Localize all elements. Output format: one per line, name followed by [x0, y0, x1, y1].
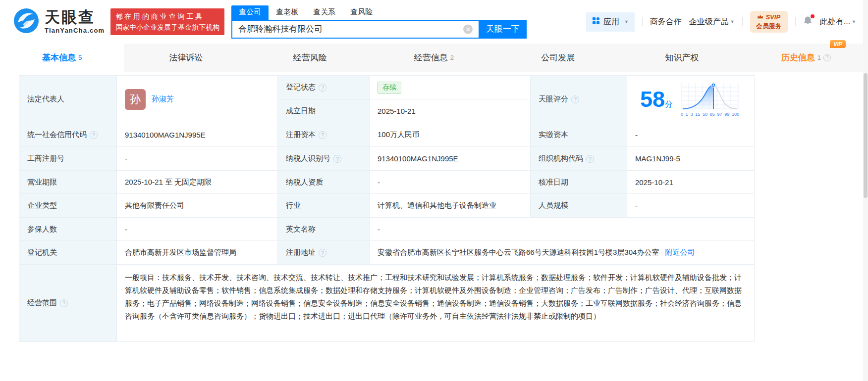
- field-label-industry: 行业: [278, 194, 370, 218]
- help-icon[interactable]: ?: [823, 54, 831, 61]
- header-nav: 应用 ▼ 商务合作 企业级产品 ▼ SVIP 会员服务: [586, 11, 856, 33]
- field-value-score: 58分: [627, 76, 755, 123]
- tab-history-info[interactable]: 历史信息 1 ? VIP: [744, 44, 868, 72]
- field-label-insured-num: 参保人数: [19, 218, 117, 241]
- field-value-insured-num: -: [117, 218, 278, 241]
- search-tab-risk[interactable]: 查风险: [343, 5, 380, 20]
- score-axis-labels: 0131550859799100: [681, 112, 739, 117]
- field-value-address: 安徽省合肥市高新区长宁社区服务中心云飞路66号天源迪科科技园1号楼3层304办公…: [370, 241, 755, 265]
- chevron-down-icon: ▼: [624, 19, 629, 24]
- tab-operation-risk[interactable]: 经营风险: [248, 44, 372, 72]
- field-label-english-name: 英文名称: [278, 218, 370, 241]
- help-icon[interactable]: ?: [90, 131, 98, 139]
- divider: [642, 17, 643, 26]
- apps-menu[interactable]: 应用 ▼: [586, 12, 635, 32]
- field-value-credit-code: 91340100MAG1NJ995E: [117, 123, 278, 147]
- field-value-legal-rep: 孙 孙淑芳: [117, 76, 278, 123]
- field-label-reg-capital: 注册资本?: [278, 123, 370, 147]
- basic-info-table: 法定代表人 孙 孙淑芳 登记状态 ? 存续 成立日期 2025-10-21 天眼…: [19, 75, 755, 342]
- help-icon[interactable]: ?: [571, 95, 579, 103]
- search-input[interactable]: [231, 20, 479, 39]
- tab-legal-litigation[interactable]: 法律诉讼: [124, 44, 248, 72]
- field-value-reg-no: -: [117, 147, 278, 171]
- site-header: 天眼查 TianYanCha.com 都 在 用 的 商 业 查 询 工 具 国…: [0, 0, 868, 44]
- tab-intellectual-property[interactable]: 知识产权: [620, 44, 744, 72]
- field-value-taxpayer-qualification: -: [370, 171, 531, 194]
- legal-rep-avatar[interactable]: 孙: [125, 89, 146, 110]
- field-value-est-date: 2025-10-21: [370, 99, 531, 123]
- field-value-org-code: MAG1NJ99-5: [627, 147, 755, 171]
- clear-search-icon[interactable]: ✕: [463, 24, 473, 34]
- help-icon[interactable]: ?: [319, 131, 326, 139]
- field-label-reg-authority: 登记机关: [19, 241, 117, 265]
- apps-grid-icon: [592, 17, 600, 27]
- field-value-staff-size: -: [627, 194, 755, 218]
- field-value-term: 2025-10-21 至 无固定期限: [117, 171, 278, 194]
- score-distribution-chart[interactable]: 0131550859799100: [681, 82, 739, 117]
- search-tab-company[interactable]: 查公司: [231, 5, 269, 20]
- field-label-company-type: 企业类型: [19, 194, 117, 218]
- field-label-paid-capital: 实缴资本: [531, 123, 627, 147]
- slogan-line2: 国家中小企业发展子基金旗下机构: [115, 22, 219, 33]
- field-label-approval-date: 核准日期: [531, 171, 627, 194]
- field-label-taxpayer-no: 纳税人识别号?: [278, 147, 370, 171]
- slogan-line1: 都 在 用 的 商 业 查 询 工 具: [115, 11, 219, 22]
- field-label-reg-status: 登记状态 ?: [278, 76, 370, 99]
- search-tab-boss[interactable]: 查老板: [269, 5, 306, 20]
- field-value-reg-status: 存续: [370, 76, 531, 99]
- section-tabbar: 基本信息5 法律诉讼 经营风险 经营信息2 公司发展 知识产权 历史信息 1 ?…: [0, 44, 868, 72]
- help-icon[interactable]: ?: [60, 299, 68, 307]
- legal-rep-name-link[interactable]: 孙淑芳: [152, 95, 174, 104]
- field-label-score: 天眼评分 ?: [531, 76, 627, 123]
- slogan-banner: 都 在 用 的 商 业 查 询 工 具 国家中小企业发展子基金旗下机构: [110, 8, 224, 36]
- field-label-credit-code: 统一社会信用代码?: [19, 123, 117, 147]
- help-icon[interactable]: ?: [333, 155, 341, 163]
- field-label-address: 注册地址?: [278, 241, 370, 265]
- field-label-staff-size: 人员规模: [531, 194, 627, 218]
- field-value-paid-capital: -: [627, 123, 755, 147]
- search-tabs: 查公司 查老板 查关系 查风险: [231, 5, 527, 20]
- vip-badge: VIP: [830, 40, 846, 48]
- help-icon[interactable]: ?: [586, 155, 594, 163]
- field-value-reg-capital: 100万人民币: [370, 123, 531, 147]
- scrollbar[interactable]: [863, 0, 868, 381]
- help-icon[interactable]: ?: [319, 84, 326, 92]
- search-area: 查公司 查老板 查关系 查风险 ✕ 天眼一下: [231, 5, 527, 39]
- field-value-reg-authority: 合肥市高新开发区市场监督管理局: [117, 241, 278, 265]
- tab-operation-info[interactable]: 经营信息2: [372, 44, 496, 72]
- tab-company-development[interactable]: 公司发展: [496, 44, 620, 72]
- tianyancha-logo-icon: [13, 7, 40, 36]
- status-badge: 存续: [378, 82, 401, 94]
- search-button[interactable]: 天眼一下: [479, 20, 527, 39]
- field-label-term: 营业期限: [19, 171, 117, 194]
- divider: [795, 17, 796, 26]
- chevron-down-icon: ▼: [852, 19, 856, 24]
- field-label-est-date: 成立日期: [278, 99, 370, 123]
- field-label-business-scope: 经营范围?: [19, 265, 117, 342]
- field-label-org-code: 组织机构代码?: [531, 147, 627, 171]
- search-tab-relation[interactable]: 查关系: [306, 5, 343, 20]
- field-value-approval-date: 2025-10-21: [627, 171, 755, 194]
- brand-domain: TianYanCha.com: [45, 27, 105, 34]
- nearby-companies-link[interactable]: 附近公司: [665, 248, 695, 257]
- nav-business-cooperation[interactable]: 商务合作: [650, 17, 682, 27]
- field-label-taxpayer-qualification: 纳税人资质: [278, 171, 370, 194]
- notification-dot: [811, 14, 814, 18]
- tianyancha-logo[interactable]: 天眼查 TianYanCha.com: [13, 7, 105, 36]
- chevron-down-icon: ▼: [730, 19, 735, 24]
- field-label-legal-rep: 法定代表人: [19, 76, 117, 123]
- svip-member-button[interactable]: SVIP 会员服务: [750, 11, 788, 33]
- account-menu[interactable]: 此处有... ▼: [820, 17, 856, 27]
- scrollbar-thumb[interactable]: [864, 73, 868, 198]
- field-value-taxpayer-no: 91340100MAG1NJ995E: [370, 147, 531, 171]
- nav-enterprise-products[interactable]: 企业级产品 ▼: [689, 17, 735, 27]
- notifications-bell-icon[interactable]: [803, 16, 813, 28]
- score-number: 58: [640, 87, 665, 112]
- divider: [742, 17, 743, 26]
- tab-basic-info[interactable]: 基本信息5: [0, 44, 124, 72]
- field-label-reg-no: 工商注册号: [19, 147, 117, 171]
- help-icon[interactable]: ?: [319, 249, 326, 257]
- field-value-industry: 计算机、通信和其他电子设备制造业: [370, 194, 531, 218]
- crown-icon: [757, 13, 763, 22]
- apps-label: 应用: [603, 17, 619, 27]
